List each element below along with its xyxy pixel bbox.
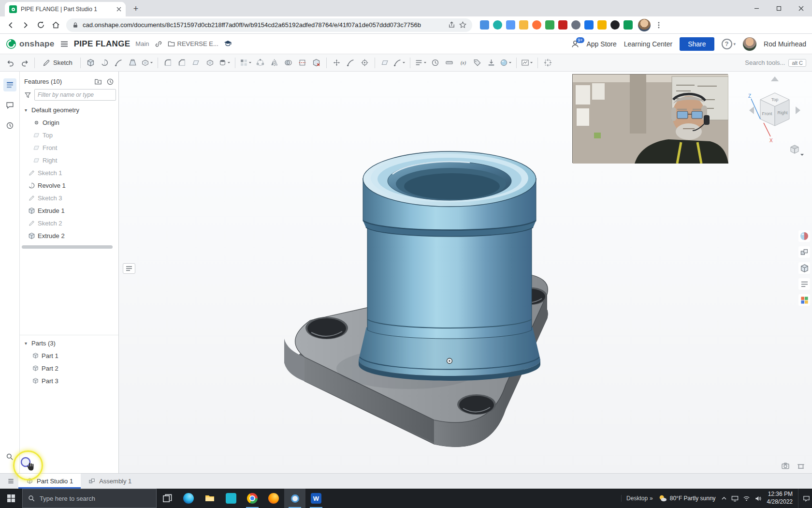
- rollback-tool-icon[interactable]: [429, 56, 442, 70]
- offset-surface-tool-icon[interactable]: [344, 56, 357, 70]
- cube-stack-icon[interactable]: [798, 246, 810, 258]
- part-row-part-2[interactable]: Part 2: [20, 362, 118, 374]
- chevron-down-icon[interactable]: ▾: [23, 341, 29, 346]
- user-avatar[interactable]: [743, 37, 756, 51]
- part-row-part-3[interactable]: Part 3: [20, 374, 118, 387]
- view-options-button[interactable]: [791, 145, 804, 156]
- feature-row-sketch-3[interactable]: Sketch 3: [20, 192, 118, 204]
- taskbar-clock[interactable]: 12:36 PM 4/28/2022: [767, 491, 793, 506]
- chrome-app-icon[interactable]: [242, 489, 263, 508]
- workspace-name[interactable]: Main: [135, 40, 149, 47]
- window-minimize-button[interactable]: [745, 0, 768, 16]
- extension-icon[interactable]: [506, 20, 515, 30]
- mirror-tool-icon[interactable]: [268, 56, 281, 70]
- feature-list-panel-icon[interactable]: [3, 78, 16, 91]
- mate-connector-tool-icon[interactable]: [358, 56, 371, 70]
- workbench-icon[interactable]: [797, 462, 805, 470]
- parts-section-header[interactable]: ▾ Parts (3): [20, 337, 118, 349]
- start-button[interactable]: [0, 489, 22, 508]
- feature-row-extrude-1[interactable]: Extrude 1: [20, 204, 118, 217]
- site-info-icon[interactable]: [72, 22, 79, 29]
- part-pipe[interactable]: [359, 151, 540, 381]
- export-tool-icon[interactable]: [485, 56, 498, 70]
- extension-icon[interactable]: [519, 20, 528, 30]
- delete-part-tool-icon[interactable]: [310, 56, 323, 70]
- boolean-tool-icon[interactable]: [282, 56, 295, 70]
- feature-row-origin[interactable]: Origin: [20, 116, 118, 129]
- circular-pattern-tool-icon[interactable]: [254, 56, 267, 70]
- task-view-button[interactable]: [157, 489, 178, 508]
- feature-row-extrude-2[interactable]: Extrude 2: [20, 229, 118, 242]
- select-tool-icon[interactable]: [541, 56, 554, 70]
- hole-tool-icon[interactable]: [218, 56, 232, 70]
- sweep-tool-icon[interactable]: [112, 56, 125, 70]
- versions-panel-icon[interactable]: [3, 119, 16, 132]
- rotate-right-arrow[interactable]: [796, 106, 800, 114]
- volume-icon[interactable]: [754, 495, 762, 502]
- help-icon[interactable]: ?: [722, 39, 732, 49]
- element-list-icon[interactable]: [3, 474, 18, 489]
- feature-row-front[interactable]: Front: [20, 141, 118, 154]
- mate-connector-marker[interactable]: [447, 359, 452, 364]
- extension-icon[interactable]: [571, 20, 580, 30]
- insert-folder-icon[interactable]: [94, 78, 102, 86]
- extrude-tool-icon[interactable]: [84, 56, 97, 70]
- back-icon[interactable]: [4, 18, 17, 32]
- forward-icon[interactable]: [19, 18, 32, 32]
- search-tools[interactable]: Search tools... alt C: [745, 59, 808, 67]
- comments-panel-icon[interactable]: [3, 99, 16, 112]
- featurescript-tool-icon[interactable]: [471, 56, 484, 70]
- recorder-app-icon[interactable]: [284, 489, 305, 508]
- capture-image-icon[interactable]: [781, 462, 790, 470]
- shell-tool-icon[interactable]: [203, 56, 217, 70]
- tab-assembly-1[interactable]: Assembly 1: [81, 474, 139, 489]
- extension-icon[interactable]: [532, 20, 541, 30]
- parent-folder[interactable]: REVERSE E...: [168, 40, 218, 47]
- new-tab-button[interactable]: +: [130, 2, 142, 15]
- bolt-hole[interactable]: [457, 394, 496, 415]
- curve-tool-icon[interactable]: [392, 56, 406, 70]
- firefox-app-icon[interactable]: [263, 489, 284, 508]
- link-icon[interactable]: [155, 40, 162, 48]
- browser-tab[interactable]: PIPE FLANGE | Part Studio 1: [5, 2, 126, 16]
- main-menu-icon[interactable]: [60, 40, 69, 48]
- linear-pattern-tool-icon[interactable]: [239, 56, 253, 70]
- reload-icon[interactable]: [34, 18, 47, 32]
- feature-row-top[interactable]: Top: [20, 129, 118, 141]
- wifi-icon[interactable]: [743, 495, 750, 502]
- plane-tool-icon[interactable]: [378, 56, 392, 70]
- onshape-logo[interactable]: onshape: [6, 39, 55, 49]
- drawing-tool-icon[interactable]: [520, 56, 534, 70]
- taskbar-weather[interactable]: 80°F Partly sunny: [658, 494, 716, 503]
- word-app-icon[interactable]: W: [305, 489, 327, 508]
- learning-center-link[interactable]: Learning Center: [624, 40, 672, 48]
- feature-row-revolve-1[interactable]: Revolve 1: [20, 179, 118, 192]
- tray-expand-icon[interactable]: [721, 495, 727, 501]
- edge-app-icon[interactable]: [178, 489, 199, 508]
- variables-tool-icon[interactable]: (x): [457, 56, 470, 70]
- file-explorer-app-icon[interactable]: [199, 489, 220, 508]
- draft-tool-icon[interactable]: [189, 56, 203, 70]
- feature-row-default-geometry[interactable]: ▾Default geometry: [20, 104, 118, 116]
- bookmark-star-icon[interactable]: [459, 21, 466, 29]
- feature-row-sketch-1[interactable]: Sketch 1: [20, 166, 118, 179]
- extension-icon[interactable]: [624, 20, 633, 30]
- share-page-icon[interactable]: [448, 21, 455, 29]
- graphics-viewport[interactable]: Top Front Right Z X: [119, 72, 812, 473]
- redo-button[interactable]: [18, 56, 31, 70]
- share-button[interactable]: Share: [680, 37, 714, 51]
- taskbar-search[interactable]: Type here to search: [22, 489, 157, 508]
- part-row-part-1[interactable]: Part 1: [20, 349, 118, 362]
- split-tool-icon[interactable]: [296, 56, 309, 70]
- rotate-left-arrow[interactable]: [749, 106, 754, 114]
- achievements-icon[interactable]: 9+: [571, 40, 580, 48]
- extension-icon[interactable]: [545, 20, 554, 30]
- chevron-down-icon[interactable]: ▾: [23, 107, 29, 113]
- window-maximize-button[interactable]: [768, 0, 790, 16]
- feature-row-right[interactable]: Right: [20, 154, 118, 166]
- features-scrollbar[interactable]: [22, 245, 113, 249]
- bolt-hole[interactable]: [305, 317, 348, 339]
- feature-panel-collapse-handle[interactable]: [123, 263, 135, 274]
- color-palette-icon[interactable]: [798, 294, 810, 306]
- extension-icon[interactable]: [610, 20, 620, 30]
